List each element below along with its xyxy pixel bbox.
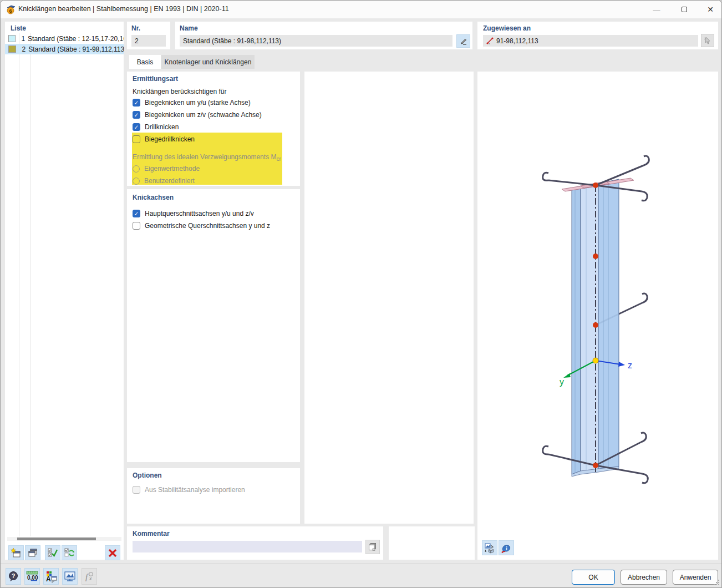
rename-button[interactable] [456, 34, 470, 48]
svg-text:A: A [46, 575, 51, 582]
tab-knotenlager-label: Knotenlager und Knicklängen [165, 58, 252, 66]
tab-knotenlager[interactable]: Knotenlager und Knicklängen [161, 55, 255, 69]
optionen-section: Optionen ✓ Aus Stabilitätsanalyse import… [127, 468, 300, 524]
checkbox-icon: ✓ [133, 123, 140, 131]
knickachsen-section: Knickachsen ✓ Hauptquerschnittsachsen y/… [127, 189, 300, 462]
checkbox-stabilitaetsanalyse[interactable]: ✓ Aus Stabilitätsanalyse importieren [133, 485, 245, 494]
radio-label: Eigenwertmethode [144, 165, 200, 173]
checkbox-biegeknicken-z[interactable]: ✓ Biegeknicken um z/v (schwache Achse) [133, 110, 262, 119]
nr-field[interactable] [131, 35, 166, 47]
nr-panel: Nr. [127, 22, 170, 49]
checkbox-icon: ✓ [133, 111, 140, 119]
detail-panel-empty [304, 72, 474, 524]
ermittlungsart-intro: Knicklängen berücksichtigen für [133, 88, 226, 95]
svg-text:?: ? [12, 572, 16, 579]
view-settings-button[interactable] [482, 540, 497, 555]
list-item-selected[interactable]: 2 Standard (Stäbe : 91-98,112,113) [5, 44, 124, 54]
minimize-button[interactable]: — [644, 1, 669, 18]
checkbox-biegeknicken-y[interactable]: ✓ Biegeknicken um y/u (starke Achse) [133, 98, 251, 107]
checkbox-label: Biegeknicken um z/v (schwache Achse) [145, 111, 262, 119]
apply-button[interactable]: Anwenden [673, 570, 718, 585]
fx-icon: f x [83, 571, 95, 582]
optionen-title: Optionen [133, 472, 162, 479]
list-header: Liste [11, 24, 26, 32]
checkbox-biegedrillknicken[interactable]: ✓ Biegedrillknicken [133, 135, 195, 144]
resize-grip[interactable] [714, 580, 719, 585]
toggle-selection-icon [64, 548, 75, 559]
color-swatch [8, 35, 16, 42]
aux-panel-empty [389, 526, 475, 560]
tab-basis-label: Basis [137, 58, 153, 66]
tab-basis[interactable]: Basis [129, 55, 161, 69]
pencil-icon [459, 37, 468, 45]
checkbox-icon: ✓ [133, 135, 140, 143]
svg-text:6: 6 [9, 8, 12, 14]
checkbox-label: Drillknicken [145, 123, 179, 131]
node-marker [593, 463, 598, 468]
assigned-field[interactable]: x 91-98,112,113 [483, 35, 698, 47]
pick-objects-button[interactable] [701, 34, 714, 47]
radio-eigenwertmethode[interactable]: Eigenwertmethode [133, 164, 200, 173]
render-mode-icon [484, 543, 495, 554]
member-3d-view[interactable]: y z [477, 72, 718, 560]
checkbox-icon: ✓ [133, 99, 140, 107]
mcr-method-text: Ermittlung des idealen Verzweigungsmomen… [133, 153, 276, 161]
list-item[interactable]: 1 Standard (Stäbe : 12-15,17-20,107 [5, 33, 124, 44]
select-all-button[interactable] [45, 545, 60, 560]
name-field[interactable] [180, 35, 452, 47]
cancel-button[interactable]: Abbrechen [621, 570, 667, 585]
units-settings-button[interactable]: 0,00 [24, 568, 40, 585]
name-label: Name [180, 24, 198, 32]
app-icon: 6 [6, 4, 16, 14]
node-marker [593, 322, 598, 328]
list-item-label: Standard (Stäbe : 91-98,112,113) [28, 45, 124, 53]
help-button[interactable]: ? [6, 568, 21, 585]
nr-label: Nr. [131, 24, 140, 32]
list-column-divider [19, 33, 19, 536]
dialog-window: 6 Knicklängen bearbeiten | Stahlbemessun… [0, 0, 722, 588]
checkbox-label: Hauptquerschnittsachsen y/u und z/v [145, 210, 254, 217]
delete-item-button[interactable] [105, 545, 120, 560]
cancel-label: Abbrechen [628, 574, 660, 581]
axis-z-label: z [628, 361, 632, 370]
checkbox-icon: ✓ [133, 222, 140, 230]
checkbox-icon: ✓ [133, 210, 140, 217]
copy-item-button[interactable] [25, 545, 40, 560]
list-column-divider [30, 33, 30, 536]
copy-windows-icon [27, 548, 38, 559]
color-swatch [8, 45, 16, 53]
invert-selection-button[interactable] [62, 545, 77, 560]
checkbox-label: Geometrische Querschnittsachsen y und z [145, 222, 270, 230]
checkbox-hauptquerschnittsachsen[interactable]: ✓ Hauptquerschnittsachsen y/u und z/v [133, 209, 254, 218]
checkbox-geometrische-achsen[interactable]: ✓ Geometrische Querschnittsachsen y und … [133, 221, 270, 230]
svg-text:x: x [489, 42, 490, 45]
list-item-number: 1 [17, 35, 25, 43]
name-panel: Name [175, 22, 472, 49]
ok-button[interactable]: OK [572, 570, 615, 585]
checkbox-label: Aus Stabilitätsanalyse importieren [145, 486, 245, 494]
list-horizontal-scrollbar[interactable] [7, 537, 121, 541]
checkbox-drillknicken[interactable]: ✓ Drillknicken [133, 123, 179, 131]
display-properties-button[interactable]: A [43, 568, 59, 585]
kommentar-presets-button[interactable] [365, 540, 380, 554]
help-balloon-icon: ? [8, 571, 19, 582]
ok-label: OK [588, 574, 598, 581]
graphic-settings-button[interactable] [62, 568, 78, 585]
new-item-button[interactable] [8, 545, 24, 560]
pointer-select-icon [704, 37, 711, 44]
scrollbar-thumb[interactable] [17, 538, 96, 540]
knickachsen-title: Knickachsen [133, 194, 174, 201]
info-balloon-icon: i [501, 543, 512, 554]
kommentar-section: Kommentar [127, 526, 383, 560]
close-button[interactable]: ✕ [698, 1, 722, 18]
viewport-panel[interactable]: y z i [477, 72, 718, 560]
formula-button[interactable]: f x [82, 568, 97, 585]
origin-node-marker [593, 358, 598, 363]
list-item-label: Standard (Stäbe : 12-15,17-20,107 [28, 35, 124, 43]
kommentar-field[interactable] [133, 541, 362, 552]
radio-benutzerdefiniert[interactable]: Benutzerdefiniert [133, 176, 195, 185]
monitor-icon [64, 571, 76, 582]
maximize-button[interactable] [672, 1, 697, 18]
axis-y-label: y [560, 377, 564, 387]
info-button[interactable]: i [499, 540, 514, 555]
